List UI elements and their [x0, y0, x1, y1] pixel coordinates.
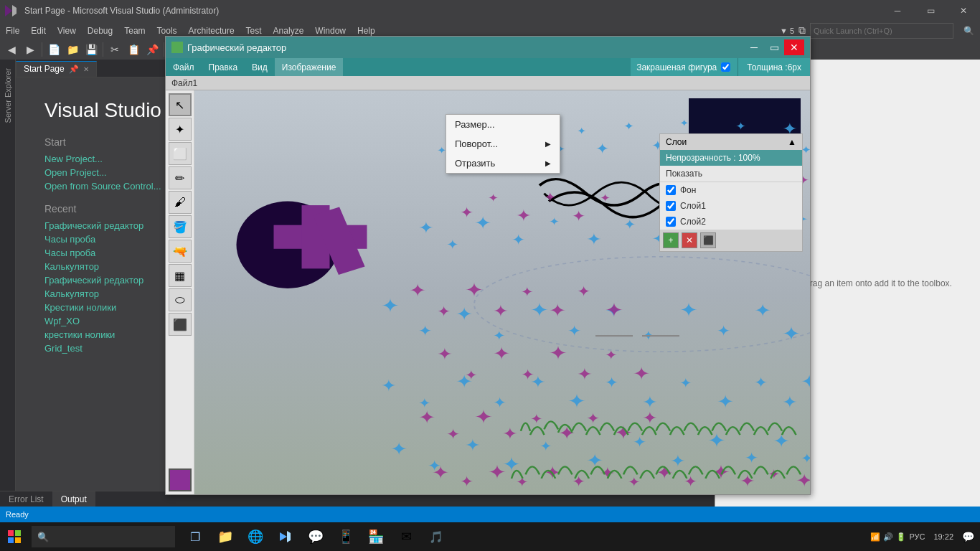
svg-text:✦: ✦	[745, 450, 758, 466]
graphic-editor-window: Графический редактор ─ ▭ ✕ Файл Правка В…	[165, 36, 811, 495]
tool-select[interactable]: ↖	[169, 93, 192, 116]
tool-spraycan[interactable]: 🔫	[169, 240, 192, 263]
pin-icon[interactable]: 📌	[69, 65, 79, 74]
svg-text:✦: ✦	[493, 394, 507, 410]
tray-volume-icon: 🔊	[883, 532, 893, 542]
store-button[interactable]: 🏪	[362, 522, 390, 551]
toolbar-cut[interactable]: ✂	[106, 42, 123, 57]
vs-code-button[interactable]	[271, 522, 300, 551]
color-picker[interactable]	[169, 468, 192, 491]
gw-close-button[interactable]: ✕	[784, 39, 804, 55]
tool-pencil[interactable]: ✏	[169, 166, 192, 189]
server-explorer-tab[interactable]: Server Explorer	[2, 62, 14, 128]
layers-footer: + ✕ ⬛	[660, 230, 802, 251]
toolbar-save[interactable]: 💾	[83, 42, 100, 57]
merge-layer-button[interactable]: ⬛	[700, 232, 716, 248]
svg-text:✦: ✦	[600, 192, 611, 204]
toolbar-new[interactable]: 📄	[45, 42, 62, 57]
gw-menu-image[interactable]: Изображение	[275, 58, 344, 76]
layers-panel: Слои ▲ Непрозрачность : 100% Показать Фо…	[659, 133, 803, 252]
svg-text:✦: ✦	[567, 323, 581, 339]
layers-show-label: Показать	[660, 166, 802, 182]
svg-text:✦: ✦	[796, 471, 811, 490]
menu-edit[interactable]: Edit	[25, 22, 52, 39]
svg-text:✦: ✦	[409, 281, 427, 300]
media-button[interactable]: 🎵	[422, 522, 451, 551]
svg-marker-129	[287, 531, 291, 542]
layers-collapse-icon[interactable]: ▲	[788, 137, 796, 147]
svg-text:✦: ✦	[801, 372, 810, 391]
output-tab[interactable]: Output	[52, 491, 95, 507]
toolbar-sep-1	[42, 42, 42, 57]
svg-text:✦: ✦	[446, 237, 458, 251]
phone-button[interactable]: 📱	[331, 522, 360, 551]
restore-button[interactable]: ▭	[914, 0, 947, 22]
layer-1-checkbox[interactable]	[666, 201, 676, 211]
toolbar-copy[interactable]: 📋	[125, 42, 142, 57]
minimize-button[interactable]: ─	[881, 0, 914, 22]
remove-layer-button[interactable]: ✕	[682, 232, 697, 248]
dropdown-item-rotate[interactable]: Поворот... ▶	[446, 134, 560, 154]
skype-button[interactable]: 💬	[301, 522, 330, 551]
gw-menu-view[interactable]: Вид	[245, 58, 275, 76]
add-layer-button[interactable]: +	[663, 232, 679, 248]
svg-text:✦: ✦	[573, 474, 586, 490]
svg-rect-126	[8, 537, 14, 543]
toolbar-open[interactable]: 📁	[64, 42, 81, 57]
taskbar: 🔍 ❐ 📁 🌐 💬 📱 🏪 ✉ 🎵 📶 🔊 🔋 РУС 19:2	[0, 522, 980, 551]
taskbar-items: ❐ 📁 🌐 💬 📱 🏪 ✉ 🎵	[181, 522, 451, 551]
svg-text:✦: ✦	[633, 433, 646, 450]
svg-text:✦: ✦	[418, 408, 436, 427]
gw-menu-edit[interactable]: Правка	[202, 58, 245, 76]
taskbar-search[interactable]: 🔍	[32, 526, 175, 547]
close-button[interactable]: ✕	[947, 0, 980, 22]
close-tab-icon[interactable]: ✕	[83, 65, 89, 73]
tool-fill[interactable]: 🪣	[169, 215, 192, 238]
toolbar-back[interactable]: ◀	[3, 42, 20, 57]
vs-logo	[0, 0, 22, 22]
tool-eraser[interactable]: ⬜	[169, 142, 192, 165]
layer-2-checkbox[interactable]	[666, 217, 676, 227]
menu-view[interactable]: View	[52, 22, 82, 39]
tool-texture[interactable]: ▦	[169, 264, 192, 287]
layer-bg-checkbox[interactable]	[666, 185, 676, 195]
gw-file-tab: Файл1	[166, 76, 810, 90]
svg-text:✦: ✦	[437, 303, 451, 319]
tool-brush[interactable]: 🖌	[169, 191, 192, 214]
file-explorer-button[interactable]: 📁	[211, 522, 240, 551]
layers-opacity-label: Непрозрачность : 100%	[666, 153, 760, 163]
start-page-tab[interactable]: Start Page 📌 ✕	[16, 61, 97, 77]
gw-menu-file[interactable]: Файл	[166, 58, 202, 76]
gw-minimize-button[interactable]: ─	[744, 39, 764, 55]
task-view-button[interactable]: ❐	[181, 522, 209, 551]
svg-marker-1	[12, 5, 17, 17]
svg-text:✦: ✦	[437, 345, 453, 363]
filled-shape-checkbox[interactable]	[721, 62, 730, 72]
tool-oval[interactable]: ⬭	[169, 288, 192, 311]
quick-launch-input[interactable]	[810, 23, 953, 39]
toolbar-forward[interactable]: ▶	[22, 42, 39, 57]
start-button[interactable]	[0, 522, 29, 551]
tool-mirror[interactable]: ⬛	[169, 313, 192, 336]
svg-text:✦: ✦	[530, 412, 542, 425]
svg-text:✦: ✦	[381, 295, 400, 316]
dropdown-item-mirror[interactable]: Отразить ▶	[446, 154, 560, 173]
gw-maximize-button[interactable]: ▭	[764, 39, 784, 55]
menu-debug[interactable]: Debug	[82, 22, 118, 39]
browser-button[interactable]: 🌐	[241, 522, 270, 551]
svg-text:✦: ✦	[418, 323, 432, 339]
menu-team[interactable]: Team	[118, 22, 151, 39]
menu-file[interactable]: File	[0, 22, 25, 39]
svg-text:✦: ✦	[782, 392, 798, 410]
svg-text:✦: ✦	[735, 120, 746, 132]
error-list-tab[interactable]: Error List	[0, 491, 52, 507]
svg-text:✦: ✦	[573, 208, 586, 225]
tray-notification-icon[interactable]: 💬	[962, 531, 974, 542]
tool-star[interactable]: ✦	[169, 118, 192, 141]
mail-button[interactable]: ✉	[392, 522, 420, 551]
svg-text:✦: ✦	[717, 392, 735, 411]
dropdown-item-size[interactable]: Размер...	[446, 115, 560, 134]
statusbar-text: Ready	[6, 510, 29, 519]
toolbar-paste[interactable]: 📌	[143, 42, 161, 57]
svg-text:✦: ✦	[456, 304, 473, 324]
